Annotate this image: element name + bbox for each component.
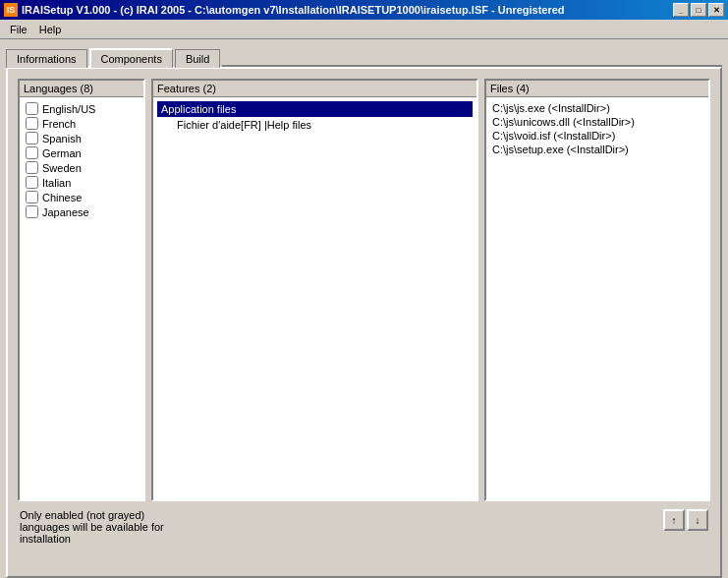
language-label-italian: Italian [42, 177, 71, 189]
tab-build[interactable]: Build [175, 49, 220, 68]
title-text: IRAISetup V1.000 - (c) IRAI 2005 - C:\au… [22, 4, 565, 16]
language-label-chinese: Chinese [42, 192, 82, 203]
language-checkbox-spanish[interactable] [26, 132, 38, 144]
nav-buttons: ↑ ↓ [663, 509, 708, 531]
feature-item-help-files[interactable]: Fichier d'aide[FR] |Help files [157, 117, 473, 133]
minimize-button[interactable]: _ [673, 3, 689, 17]
tab-informations[interactable]: Informations [6, 49, 87, 68]
file-item-1: C:\js\js.exe (<InstallDir>) [490, 101, 704, 115]
files-panel: Files (4) C:\js\js.exe (<InstallDir>) C:… [484, 79, 710, 501]
close-button[interactable]: ✕ [708, 3, 724, 17]
language-item-chinese[interactable]: Chinese [24, 190, 140, 204]
language-item-sweden[interactable]: Sweden [24, 160, 140, 175]
language-item-german[interactable]: German [24, 145, 140, 160]
file-item-4: C:\js\setup.exe (<InstallDir>) [490, 143, 704, 156]
language-checkbox-italian[interactable] [26, 176, 38, 189]
maximize-button[interactable]: □ [691, 3, 706, 17]
files-panel-header: Files (4) [486, 81, 708, 97]
file-item-3: C:\js\void.isf (<InstallDir>) [490, 129, 704, 143]
language-item-japanese[interactable]: Japanese [24, 204, 140, 219]
language-item-spanish[interactable]: Spanish [24, 131, 140, 145]
language-label-german: German [42, 147, 82, 159]
language-label-english: English/US [42, 103, 95, 115]
language-label-french: French [42, 118, 76, 130]
features-panel-content: Application files Fichier d'aide[FR] |He… [153, 97, 476, 499]
feature-item-application-files[interactable]: Application files [157, 101, 473, 117]
title-bar: IS IRAISetup V1.000 - (c) IRAI 2005 - C:… [0, 0, 728, 20]
title-bar-buttons: _ □ ✕ [673, 3, 724, 17]
nav-up-button[interactable]: ↑ [663, 509, 685, 531]
tab-bar: Informations Components Build [0, 39, 728, 67]
language-checkbox-german[interactable] [26, 146, 38, 159]
main-content: Languages (8) English/US French Spanish … [6, 67, 722, 578]
tab-components[interactable]: Components [89, 48, 173, 68]
files-panel-content: C:\js\js.exe (<InstallDir>) C:\js\unicow… [486, 97, 708, 499]
app-icon: IS [4, 3, 18, 17]
title-bar-text: IS IRAISetup V1.000 - (c) IRAI 2005 - C:… [4, 3, 565, 17]
language-checkbox-sweden[interactable] [26, 161, 38, 174]
language-item-english[interactable]: English/US [24, 101, 140, 116]
nav-down-button[interactable]: ↓ [687, 509, 708, 531]
language-checkbox-japanese[interactable] [26, 205, 38, 218]
languages-panel-header: Languages (8) [20, 81, 143, 97]
languages-panel-content: English/US French Spanish German Sweden [20, 97, 143, 499]
language-checkbox-english[interactable] [26, 102, 38, 115]
menu-help[interactable]: Help [33, 22, 68, 37]
panels-container: Languages (8) English/US French Spanish … [18, 79, 710, 501]
language-item-italian[interactable]: Italian [24, 175, 140, 190]
bottom-help-text: Only enabled (not grayed) languages will… [20, 509, 167, 545]
languages-panel: Languages (8) English/US French Spanish … [18, 79, 145, 501]
language-label-japanese: Japanese [42, 206, 89, 218]
menu-bar: File Help [0, 20, 728, 39]
language-label-spanish: Spanish [42, 133, 82, 144]
menu-file[interactable]: File [4, 22, 33, 37]
file-item-2: C:\js\unicows.dll (<InstallDir>) [490, 115, 704, 129]
language-item-french[interactable]: French [24, 116, 140, 131]
language-label-sweden: Sweden [42, 162, 82, 174]
features-panel: Features (2) Application files Fichier d… [151, 79, 478, 501]
bottom-area: Only enabled (not grayed) languages will… [18, 509, 710, 545]
features-panel-header: Features (2) [153, 81, 476, 97]
language-checkbox-chinese[interactable] [26, 191, 38, 203]
language-checkbox-french[interactable] [26, 117, 38, 130]
